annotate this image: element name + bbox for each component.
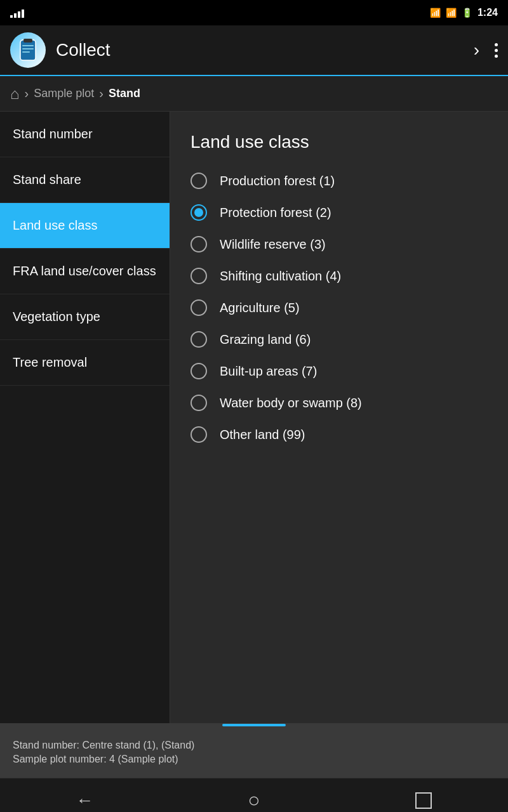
app-bar: Collect ›: [0, 25, 508, 76]
sidebar-item-stand-share[interactable]: Stand share: [0, 157, 170, 203]
option-agriculture[interactable]: Agriculture (5): [190, 299, 488, 316]
app-title: Collect: [56, 40, 474, 60]
option-other-land[interactable]: Other land (99): [190, 426, 488, 443]
app-icon: [10, 32, 46, 68]
radio-wildlife-reserve[interactable]: [190, 236, 207, 252]
radio-production-forest[interactable]: [190, 173, 207, 189]
svg-rect-3: [22, 48, 34, 49]
bluetooth-icon: 📶: [430, 8, 441, 18]
more-dot-1: [495, 43, 498, 46]
content-area: Land use class Production forest (1) Pro…: [170, 112, 508, 723]
app-bar-actions: ›: [474, 40, 498, 60]
option-shifting-cultivation[interactable]: Shifting cultivation (4): [190, 268, 488, 284]
radio-other-land[interactable]: [190, 426, 207, 443]
battery-icon: 🔋: [462, 8, 472, 18]
breadcrumb-stand[interactable]: Stand: [109, 87, 140, 100]
sidebar-item-land-use-class[interactable]: Land use class: [0, 203, 170, 249]
breadcrumb: ⌂ › Sample plot › Stand: [0, 76, 508, 112]
status-bar-right: 📶 📶 🔋 1:24: [430, 7, 498, 18]
home-icon[interactable]: ⌂: [10, 85, 20, 103]
sidebar-item-fra-land-use[interactable]: FRA land use/cover class: [0, 249, 170, 294]
wifi-icon: 📶: [446, 8, 457, 18]
sidebar-item-stand-number[interactable]: Stand number: [0, 112, 170, 157]
more-menu-button[interactable]: [495, 43, 498, 58]
sidebar-item-tree-removal[interactable]: Tree removal: [0, 340, 170, 386]
svg-rect-1: [23, 39, 32, 43]
svg-rect-0: [20, 40, 36, 60]
nav-back-button[interactable]: ←: [65, 782, 104, 813]
time-display: 1:24: [478, 7, 498, 18]
option-built-up-areas[interactable]: Built-up areas (7): [190, 363, 488, 379]
more-dot-3: [495, 55, 498, 58]
option-water-body[interactable]: Water body or swamp (8): [190, 395, 488, 411]
more-dot-2: [495, 49, 498, 52]
breadcrumb-sep-1: ›: [25, 86, 29, 101]
nav-home-button[interactable]: ○: [235, 782, 273, 813]
content-title: Land use class: [190, 132, 488, 152]
radio-shifting-cultivation[interactable]: [190, 268, 207, 284]
forward-button[interactable]: ›: [474, 40, 479, 60]
sidebar: Stand number Stand share Land use class …: [0, 112, 170, 723]
radio-protection-forest[interactable]: [190, 204, 207, 221]
radio-built-up-areas[interactable]: [190, 363, 207, 379]
option-production-forest[interactable]: Production forest (1): [190, 173, 488, 189]
land-use-options: Production forest (1) Protection forest …: [190, 173, 488, 443]
radio-grazing-land[interactable]: [190, 331, 207, 348]
radio-protection-forest-fill: [194, 208, 203, 217]
breadcrumb-sep-2: ›: [99, 86, 104, 101]
bottom-status-line1: Stand number: Centre stand (1), (Stand): [13, 740, 495, 751]
sidebar-item-vegetation-type[interactable]: Vegetation type: [0, 294, 170, 340]
signal-bars-icon: [10, 8, 24, 18]
radio-agriculture[interactable]: [190, 299, 207, 316]
bottom-status-bar: Stand number: Centre stand (1), (Stand) …: [0, 727, 508, 778]
nav-recent-button[interactable]: [404, 782, 443, 813]
scroll-thumb: [222, 724, 286, 726]
nav-bar: ← ○: [0, 778, 508, 812]
status-bar-left: [10, 8, 24, 18]
breadcrumb-sample-plot[interactable]: Sample plot: [34, 87, 94, 100]
option-protection-forest[interactable]: Protection forest (2): [190, 204, 488, 221]
bottom-status-line2: Sample plot number: 4 (Sample plot): [13, 754, 495, 765]
option-wildlife-reserve[interactable]: Wildlife reserve (3): [190, 236, 488, 252]
main-layout: Stand number Stand share Land use class …: [0, 112, 508, 723]
status-bar: 📶 📶 🔋 1:24: [0, 0, 508, 25]
svg-rect-4: [22, 51, 30, 53]
svg-rect-2: [22, 45, 34, 46]
option-grazing-land[interactable]: Grazing land (6): [190, 331, 488, 348]
radio-water-body[interactable]: [190, 395, 207, 411]
